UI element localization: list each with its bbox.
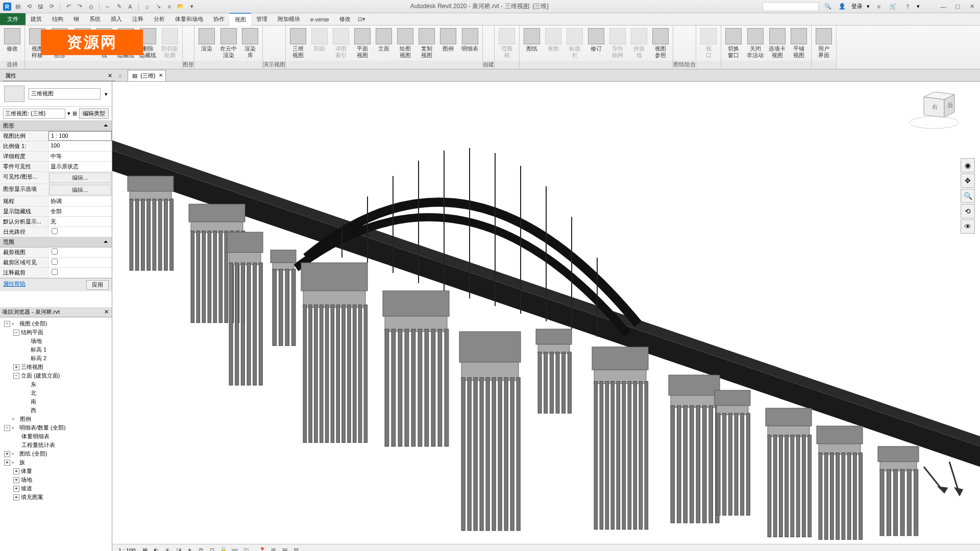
qat-dim-icon[interactable]: ✎ [114, 2, 124, 11]
qat-open-icon[interactable]: ▤ [13, 2, 22, 11]
prop-category-graphics[interactable]: 图形⏶ [0, 121, 112, 131]
help-icon[interactable]: ? [902, 2, 913, 11]
viewcube[interactable]: 右 后 [903, 92, 960, 133]
login-link[interactable]: 登录 [851, 3, 863, 10]
ribbon-修改[interactable]: 修改 [2, 27, 22, 61]
vc-render-icon[interactable]: ✦ [185, 546, 195, 552]
nav-zoom-icon[interactable]: 🔍 [961, 189, 975, 203]
prop-val-裁剪视图[interactable] [48, 247, 112, 257]
ribbon-绘图视图[interactable]: 绘图视图 [395, 27, 415, 61]
tree-工程量统计表[interactable]: 工程量统计表 [2, 441, 110, 449]
ribbon-平面视图[interactable]: 平面视图 [352, 27, 373, 61]
menu-file[interactable]: 文件 [0, 13, 26, 25]
apply-button[interactable]: 应用 [86, 280, 109, 290]
ribbon-关闭非活动[interactable]: 关闭非活动 [745, 27, 766, 61]
nav-wheel-icon[interactable]: ◉ [961, 158, 975, 172]
doc-tab-close-icon[interactable]: ✕ [158, 72, 164, 78]
cart-icon[interactable]: 🛒 [888, 2, 898, 11]
prop-val-显示隐藏线[interactable]: 全部 [48, 207, 112, 216]
prop-val-日光路径[interactable] [48, 227, 112, 237]
qat-text-icon[interactable]: A [126, 2, 135, 11]
ribbon-图例[interactable]: 图例 [438, 27, 458, 61]
properties-close-icon[interactable]: ✕ [106, 72, 113, 80]
prop-val-可见性/图形...[interactable]: 编辑... [49, 172, 111, 183]
prop-val-零件可见性[interactable]: 显示原状态 [48, 162, 112, 171]
vc-cropshow-icon[interactable]: ⊡ [207, 546, 217, 552]
menu-注释[interactable]: 注释 [127, 13, 149, 25]
ribbon-复制视图[interactable]: 复制视图 [416, 27, 437, 61]
tree-三维视图[interactable]: +三维视图 [2, 363, 110, 371]
vc-reveal-icon[interactable]: ◫ [241, 546, 251, 552]
menu-e-verse[interactable]: e-verse [305, 14, 334, 24]
menu-视图[interactable]: 视图 [230, 13, 251, 26]
tree-明细表/数量 (全部)[interactable]: −▫明细表/数量 (全部) [2, 423, 110, 432]
ribbon-图纸[interactable]: 图纸 [522, 27, 542, 61]
qat-measure-icon[interactable]: ↔ [103, 2, 112, 11]
tree-视图 (全部)[interactable]: −▫视图 (全部) [2, 319, 110, 328]
doc-home-icon[interactable]: ⌂ [115, 71, 125, 80]
vc-analytic-icon[interactable]: ▤ [280, 546, 290, 552]
nav-orbit-icon[interactable]: ⟲ [961, 204, 975, 218]
prop-val-规程[interactable]: 协调 [48, 196, 112, 206]
qat-back-icon[interactable]: ⟲ [24, 2, 34, 11]
nav-look-icon[interactable]: 👁 [961, 219, 975, 234]
ribbon-修订[interactable]: 修订 [586, 27, 606, 61]
ribbon-渲染库[interactable]: 渲染库 [240, 27, 260, 61]
edit-type-button[interactable]: 编辑类型 [79, 108, 109, 119]
tree-标高 1[interactable]: 标高 1 [2, 345, 110, 354]
nav-pan-icon[interactable]: ✥ [961, 173, 975, 188]
vc-constrain-icon[interactable]: ⊞ [268, 546, 279, 552]
selection-dropdown[interactable]: 三维视图: {三维} [3, 109, 65, 119]
tree-填充图案[interactable]: +填充图案 [2, 493, 110, 502]
vc-style-icon[interactable]: ◐ [151, 546, 161, 552]
menu-协作[interactable]: 协作 [208, 13, 230, 25]
tree-西[interactable]: 西 [2, 406, 110, 415]
qat-sync-icon[interactable]: ⟳ [47, 2, 56, 11]
ribbon-在云中渲染[interactable]: 在云中渲染 [218, 27, 239, 61]
prop-val-默认分析显示...[interactable]: 无 [48, 217, 112, 227]
tree-图纸 (全部)[interactable]: +▫图纸 (全部) [2, 449, 110, 458]
prop-val-视图比例[interactable]: 1 : 100 [48, 131, 112, 141]
prop-val-比例值 1:[interactable]: 100 [48, 141, 112, 151]
search-input[interactable] [763, 2, 819, 11]
menu-分析[interactable]: 分析 [149, 13, 170, 25]
doc-tab-3d[interactable]: ▤ {三维} ✕ [128, 70, 166, 81]
menu-系统[interactable]: 系统 [84, 13, 106, 25]
ribbon-视图参照[interactable]: 视图参照 [650, 27, 671, 61]
search-icon[interactable]: 🔍 [823, 2, 833, 11]
ribbon-平铺视图[interactable]: 平铺视图 [789, 27, 809, 61]
vc-shadow-icon[interactable]: ◪ [174, 546, 184, 552]
prop-category-extent[interactable]: 范围⏶ [0, 237, 112, 247]
apps-icon[interactable]: ≡ [874, 2, 884, 11]
vc-crop-icon[interactable]: ⧉ [196, 546, 206, 552]
minimize-button[interactable]: — [938, 2, 948, 11]
tree-坡道[interactable]: +坡道 [2, 484, 110, 493]
ribbon-立面[interactable]: 立面 [374, 27, 394, 61]
tree-场地[interactable]: +场地 [2, 475, 110, 484]
close-button[interactable]: ✕ [967, 2, 977, 11]
ribbon-明细表[interactable]: 明细表 [459, 27, 480, 61]
vc-sun-icon[interactable]: ☀ [162, 546, 173, 552]
menu-附加模块[interactable]: 附加模块 [273, 13, 305, 25]
menu-建筑[interactable]: 建筑 [26, 13, 47, 25]
type-dropdown[interactable]: 三维视图 [29, 88, 101, 99]
menu-结构[interactable]: 结构 [47, 13, 68, 25]
browser-close-icon[interactable]: ✕ [103, 309, 110, 316]
tree-南[interactable]: 南 [2, 397, 110, 406]
prop-val-图形显示选项[interactable]: 编辑... [49, 185, 111, 195]
ribbon-渲染[interactable]: 渲染 [197, 27, 217, 61]
qat-dd-icon[interactable]: ▾ [187, 2, 197, 11]
tree-场地[interactable]: 场地 [2, 337, 110, 345]
ribbon-用户界面[interactable]: 用户界面 [814, 27, 834, 61]
menu-钢[interactable]: 钢 [68, 13, 84, 25]
qat-redo-icon[interactable]: ↷ [75, 2, 84, 11]
tree-北[interactable]: 北 [2, 389, 110, 397]
tree-结构平面[interactable]: −结构平面 [2, 328, 110, 337]
menu-体量和场地[interactable]: 体量和场地 [170, 13, 208, 25]
vc-highlight-icon[interactable]: ▥ [291, 546, 301, 552]
viewport-3d[interactable]: 右 后 ◉ ✥ 🔍 ⟲ 👁 1 : 100 ▦ ◐ ☀ ◪ ✦ ⧉ ⊡ 🔓 👓 … [112, 82, 980, 551]
prop-val-裁剪区域可见[interactable] [48, 258, 112, 267]
vc-pin-icon[interactable]: 📍 [257, 546, 267, 552]
vc-detail-icon[interactable]: ▦ [140, 546, 150, 552]
tree-标高 2[interactable]: 标高 2 [2, 354, 110, 363]
